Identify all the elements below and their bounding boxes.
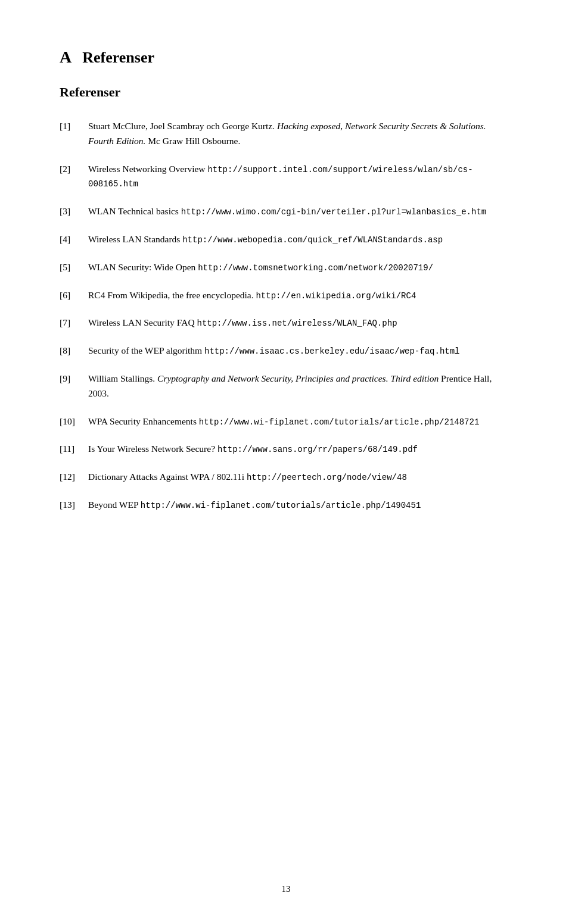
ref-content: Stuart McClure, Joel Scambray och George… (88, 119, 512, 149)
ref-content: WPA Security Enhancements http://www.wi-… (88, 414, 512, 429)
ref-number: [1] (60, 119, 88, 134)
reference-list: [1]Stuart McClure, Joel Scambray och Geo… (60, 119, 512, 513)
ref-number: [11] (60, 442, 88, 457)
ref-content: Wireless LAN Standards http://www.webope… (88, 232, 512, 247)
ref-content: Wireless LAN Security FAQ http://www.iss… (88, 316, 512, 330)
ref-number: [13] (60, 498, 88, 513)
ref-number: [2] (60, 162, 88, 177)
ref-content: WLAN Technical basics http://www.wimo.co… (88, 204, 512, 219)
reference-item: [4]Wireless LAN Standards http://www.web… (60, 232, 512, 247)
page-number: 13 (282, 884, 291, 894)
reference-item: [2]Wireless Networking Overview http://s… (60, 162, 512, 192)
ref-number: [8] (60, 344, 88, 358)
section-letter: A (60, 48, 72, 67)
ref-url: http://www.webopedia.com/quick_ref/WLANS… (182, 235, 443, 245)
ref-url: http://www.isaac.cs.berkeley.edu/isaac/w… (204, 346, 459, 356)
ref-content: William Stallings. Cryptography and Netw… (88, 372, 512, 401)
reference-item: [12]Dictionary Attacks Against WPA / 802… (60, 470, 512, 485)
reference-item: [1]Stuart McClure, Joel Scambray och Geo… (60, 119, 512, 149)
ref-number: [6] (60, 288, 88, 303)
ref-content: Dictionary Attacks Against WPA / 802.11i… (88, 470, 512, 485)
references-title: Referenser (60, 85, 512, 100)
reference-item: [7]Wireless LAN Security FAQ http://www.… (60, 316, 512, 330)
ref-content: WLAN Security: Wide Open http://www.toms… (88, 260, 512, 275)
ref-number: [5] (60, 260, 88, 275)
ref-url: http://en.wikipedia.org/wiki/RC4 (256, 291, 416, 301)
ref-number: [3] (60, 204, 88, 219)
ref-url: http://peertech.org/node/view/48 (247, 473, 407, 482)
reference-item: [3]WLAN Technical basics http://www.wimo… (60, 204, 512, 219)
ref-content: Security of the WEP algorithm http://www… (88, 344, 512, 358)
ref-number: [12] (60, 470, 88, 485)
ref-content: Wireless Networking Overview http://supp… (88, 162, 512, 192)
reference-item: [13]Beyond WEP http://www.wi-fiplanet.co… (60, 498, 512, 513)
ref-number: [9] (60, 372, 88, 386)
reference-item: [8]Security of the WEP algorithm http://… (60, 344, 512, 358)
reference-item: [5]WLAN Security: Wide Open http://www.t… (60, 260, 512, 275)
ref-content: Is Your Wireless Network Secure? http://… (88, 442, 512, 457)
section-header: A Referenser (60, 48, 512, 67)
ref-url: http://www.wi-fiplanet.com/tutorials/art… (141, 501, 421, 510)
ref-url: http://www.wimo.com/cgi-bin/verteiler.pl… (181, 207, 486, 217)
ref-number: [10] (60, 414, 88, 429)
reference-item: [6]RC4 From Wikipedia, the free encyclop… (60, 288, 512, 303)
section-title-heading: Referenser (82, 49, 154, 67)
ref-content: RC4 From Wikipedia, the free encyclopedi… (88, 288, 512, 303)
ref-number: [4] (60, 232, 88, 247)
reference-item: [11]Is Your Wireless Network Secure? htt… (60, 442, 512, 457)
ref-url: http://www.wi-fiplanet.com/tutorials/art… (199, 417, 479, 427)
ref-content: Beyond WEP http://www.wi-fiplanet.com/tu… (88, 498, 512, 513)
ref-url: http://www.sans.org/rr/papers/68/149.pdf (217, 445, 418, 454)
ref-url: http://support.intel.com/support/wireles… (88, 165, 473, 189)
page-container: A Referenser Referenser [1]Stuart McClur… (0, 0, 572, 924)
ref-url: http://www.tomsnetworking.com/network/20… (198, 263, 433, 273)
reference-item: [10]WPA Security Enhancements http://www… (60, 414, 512, 429)
ref-number: [7] (60, 316, 88, 330)
reference-item: [9]William Stallings. Cryptography and N… (60, 372, 512, 401)
ref-url: http://www.iss.net/wireless/WLAN_FAQ.php (197, 319, 397, 328)
